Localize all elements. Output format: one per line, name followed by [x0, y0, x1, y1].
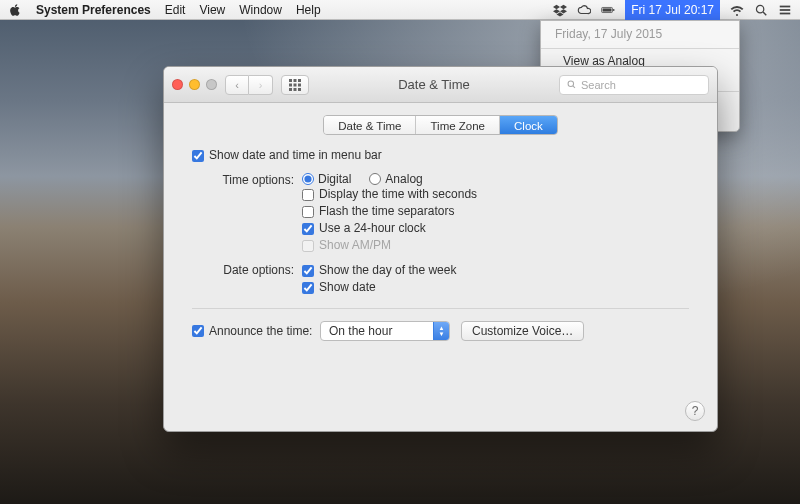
- app-name[interactable]: System Preferences: [36, 3, 151, 17]
- show-in-menubar-label: Show date and time in menu bar: [209, 147, 382, 164]
- menubar: System Preferences Edit View Window Help…: [0, 0, 800, 20]
- dropbox-icon[interactable]: [553, 3, 567, 17]
- tab-clock[interactable]: Clock: [500, 116, 557, 134]
- svg-rect-15: [294, 88, 297, 91]
- svg-rect-2: [603, 8, 612, 11]
- time-options-label: Time options:: [192, 172, 302, 187]
- battery-icon[interactable]: [601, 3, 615, 17]
- svg-rect-8: [289, 79, 292, 82]
- announce-interval-value: On the hour: [329, 323, 392, 340]
- forward-button: ›: [249, 75, 273, 95]
- wifi-icon[interactable]: [730, 3, 744, 17]
- zoom-icon[interactable]: [206, 79, 217, 90]
- customize-voice-button[interactable]: Customize Voice…: [461, 321, 584, 341]
- show-day-label: Show the day of the week: [319, 262, 456, 279]
- svg-point-17: [568, 81, 574, 87]
- search-input[interactable]: Search: [559, 75, 709, 95]
- notifications-icon[interactable]: [778, 3, 792, 17]
- cloud-icon[interactable]: [577, 3, 591, 17]
- announce-checkbox[interactable]: [192, 325, 204, 337]
- apple-menu-icon[interactable]: [8, 3, 22, 17]
- chevron-up-down-icon: ▲▼: [433, 322, 449, 340]
- svg-rect-1: [613, 9, 614, 11]
- ampm-checkbox: [302, 240, 314, 252]
- svg-line-18: [573, 86, 575, 88]
- show-all-button[interactable]: [281, 75, 309, 95]
- tab-bar: Date & Time Time Zone Clock: [323, 115, 558, 135]
- tab-time-zone[interactable]: Time Zone: [416, 116, 500, 134]
- svg-rect-16: [298, 88, 301, 91]
- 24h-checkbox[interactable]: [302, 223, 314, 235]
- announce-label: Announce the time:: [209, 323, 315, 340]
- help-button[interactable]: ?: [685, 401, 705, 421]
- clock-menu-header: Friday, 17 July 2015: [541, 25, 739, 45]
- show-date-label: Show date: [319, 279, 376, 296]
- window-title: Date & Time: [317, 77, 551, 92]
- radio-digital[interactable]: Digital: [302, 172, 351, 186]
- flash-checkbox[interactable]: [302, 206, 314, 218]
- flash-label: Flash the time separators: [319, 203, 454, 220]
- 24h-label: Use a 24-hour clock: [319, 220, 426, 237]
- search-placeholder: Search: [581, 79, 616, 91]
- date-options-label: Date options:: [192, 262, 302, 277]
- show-day-checkbox[interactable]: [302, 265, 314, 277]
- titlebar: ‹ › Date & Time Search: [164, 67, 717, 103]
- svg-rect-5: [780, 5, 791, 7]
- divider: [192, 308, 689, 309]
- svg-rect-12: [294, 83, 297, 86]
- svg-point-3: [756, 5, 763, 12]
- seconds-checkbox[interactable]: [302, 189, 314, 201]
- menu-window[interactable]: Window: [239, 3, 282, 17]
- svg-rect-9: [294, 79, 297, 82]
- menu-help[interactable]: Help: [296, 3, 321, 17]
- menu-edit[interactable]: Edit: [165, 3, 186, 17]
- prefs-window: ‹ › Date & Time Search Date & Time Time …: [163, 66, 718, 432]
- svg-rect-10: [298, 79, 301, 82]
- svg-rect-6: [780, 9, 791, 11]
- svg-line-4: [763, 12, 766, 15]
- show-date-checkbox[interactable]: [302, 282, 314, 294]
- radio-analog[interactable]: Analog: [369, 172, 422, 186]
- back-button[interactable]: ‹: [225, 75, 249, 95]
- svg-rect-7: [780, 12, 791, 14]
- menu-view[interactable]: View: [199, 3, 225, 17]
- menubar-clock[interactable]: Fri 17 Jul 20:17: [625, 0, 720, 20]
- tab-date-time[interactable]: Date & Time: [324, 116, 416, 134]
- minimize-icon[interactable]: [189, 79, 200, 90]
- svg-rect-11: [289, 83, 292, 86]
- svg-rect-13: [298, 83, 301, 86]
- spotlight-icon[interactable]: [754, 3, 768, 17]
- svg-rect-14: [289, 88, 292, 91]
- show-in-menubar-checkbox[interactable]: [192, 150, 204, 162]
- seconds-label: Display the time with seconds: [319, 186, 477, 203]
- divider: [541, 48, 739, 49]
- announce-interval-select[interactable]: On the hour ▲▼: [320, 321, 450, 341]
- ampm-label: Show AM/PM: [319, 237, 391, 254]
- close-icon[interactable]: [172, 79, 183, 90]
